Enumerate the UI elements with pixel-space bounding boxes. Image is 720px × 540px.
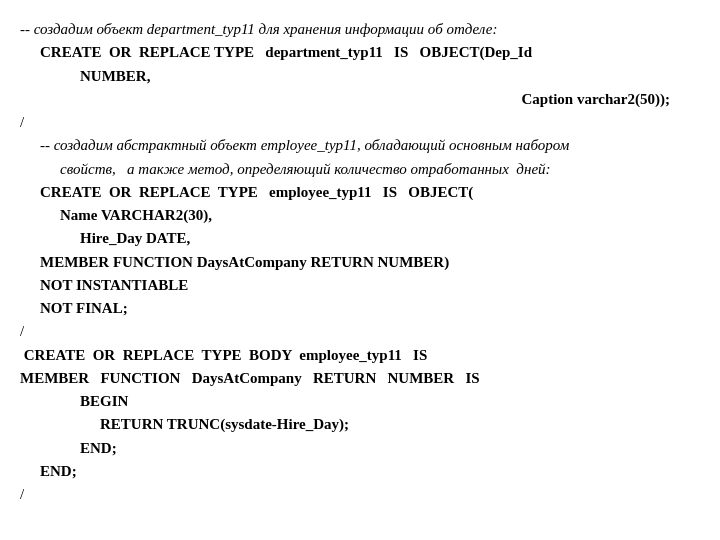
code-line-8: MEMBER FUNCTION DaysAtCompany RETURN NUM…: [20, 251, 700, 274]
comment-line-2b: свойств, а также метод, определяющий кол…: [20, 158, 700, 181]
code-line-10: NOT FINAL;: [20, 297, 700, 320]
code-line-6: Name VARCHAR2(30),: [20, 204, 700, 227]
code-line-15: RETURN TRUNC(sysdate-Hire_Day);: [20, 413, 700, 436]
code-line-12: CREATE OR REPLACE TYPE BODY employee_typ…: [20, 344, 700, 367]
code-line-2: NUMBER,: [20, 65, 700, 88]
slash-line-1: /: [20, 111, 700, 134]
code-line-16: END;: [20, 437, 700, 460]
comment-line-2a: -- создадим абстрактный объект employee_…: [20, 134, 700, 157]
code-line-5: CREATE OR REPLACE TYPE employee_typ11 IS…: [20, 181, 700, 204]
code-line-9: NOT INSTANTIABLE: [20, 274, 700, 297]
code-content: -- создадим объект department_typ11 для …: [0, 0, 720, 516]
slash-line-3: /: [20, 483, 700, 506]
code-line-14: BEGIN: [20, 390, 700, 413]
code-line-7: Hire_Day DATE,: [20, 227, 700, 250]
code-line-3: Caption varchar2(50));: [522, 88, 670, 111]
code-line-1: CREATE OR REPLACE TYPE department_typ11 …: [20, 41, 700, 64]
code-line-13: MEMBER FUNCTION DaysAtCompany RETURN NUM…: [20, 367, 700, 390]
caption-line: Caption varchar2(50));: [20, 88, 700, 111]
comment-line-1: -- создадим объект department_typ11 для …: [20, 18, 700, 41]
code-line-17: END;: [20, 460, 700, 483]
slash-line-2: /: [20, 320, 700, 343]
